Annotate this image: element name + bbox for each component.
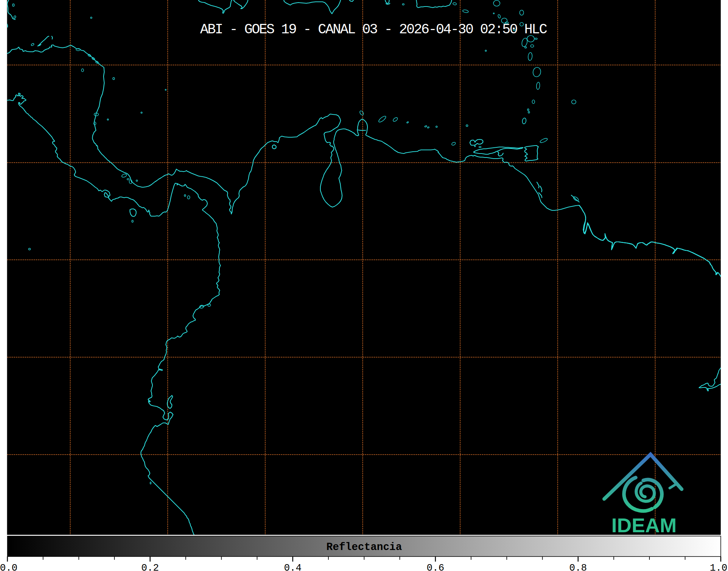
svg-text:1.0: 1.0	[710, 563, 728, 571]
svg-text:IDEAM: IDEAM	[611, 514, 677, 537]
svg-text:0.4: 0.4	[284, 563, 302, 571]
svg-text:0.6: 0.6	[426, 563, 444, 571]
svg-text:0.0: 0.0	[0, 563, 17, 571]
svg-text:0.8: 0.8	[569, 563, 587, 571]
svg-text:Reflectancia: Reflectancia	[327, 541, 402, 553]
svg-text:ABI - GOES 19 - CANAL 03 - 202: ABI - GOES 19 - CANAL 03 - 2026-04-30 02…	[200, 22, 547, 38]
svg-text:0.2: 0.2	[141, 563, 159, 571]
